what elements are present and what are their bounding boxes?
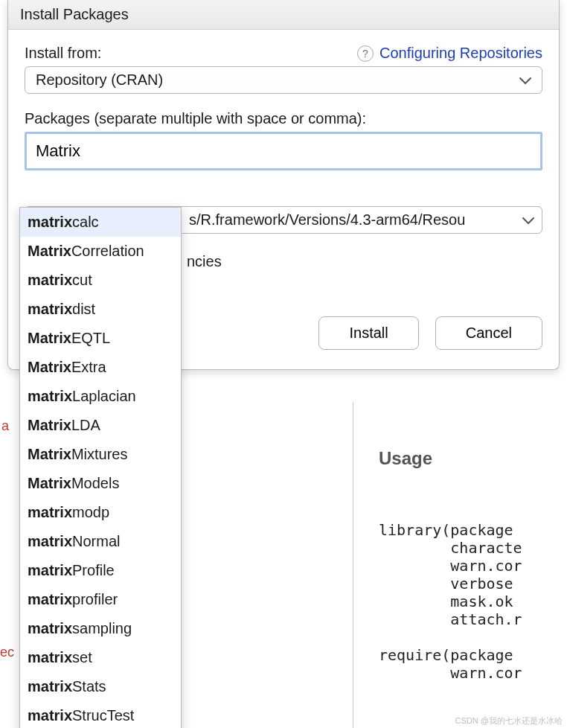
install-from-label: Install from:: [25, 45, 101, 62]
watermark: CSDN @我的七水还是水冰哈: [455, 715, 563, 727]
autocomplete-item[interactable]: matrixprofiler: [20, 585, 181, 614]
console-fragment: ec: [0, 645, 14, 660]
autocomplete-item[interactable]: matrixStrucTest: [20, 701, 181, 728]
cancel-button[interactable]: Cancel: [435, 316, 542, 350]
autocomplete-item[interactable]: MatrixLDA: [20, 411, 181, 440]
usage-code: library(package characte warn.cor verbos…: [379, 521, 564, 682]
autocomplete-item[interactable]: matrixProfile: [20, 556, 181, 585]
install-from-value: Repository (CRAN): [36, 71, 163, 89]
autocomplete-item[interactable]: matrixLaplacian: [20, 382, 181, 411]
usage-heading: Usage: [379, 448, 564, 469]
configuring-repositories-link[interactable]: ? Configuring Repositories: [357, 45, 542, 62]
autocomplete-item[interactable]: MatrixCorrelation: [20, 237, 181, 266]
packages-input[interactable]: [25, 132, 542, 170]
install-button[interactable]: Install: [318, 316, 418, 350]
chevron-down-icon: [519, 77, 531, 84]
autocomplete-item[interactable]: MatrixEQTL: [20, 324, 181, 353]
autocomplete-item[interactable]: matrixcalc: [20, 208, 181, 237]
autocomplete-item[interactable]: matrixdist: [20, 295, 181, 324]
autocomplete-item[interactable]: matrixcut: [20, 266, 181, 295]
autocomplete-item[interactable]: matrixNormal: [20, 527, 181, 556]
autocomplete-item[interactable]: matrixmodp: [20, 498, 181, 527]
autocomplete-item[interactable]: MatrixExtra: [20, 353, 181, 382]
packages-label: Packages (separate multiple with space o…: [25, 110, 542, 127]
help-panel: Usage library(package characte warn.cor …: [353, 402, 567, 728]
autocomplete-popup: matrixcalcMatrixCorrelationmatrixcutmatr…: [19, 207, 182, 728]
help-icon: ?: [357, 45, 374, 62]
chevron-down-icon: [522, 217, 534, 224]
autocomplete-item[interactable]: matrixset: [20, 643, 181, 672]
autocomplete-item[interactable]: matrixsampling: [20, 614, 181, 643]
dialog-title: Install Packages: [8, 0, 559, 30]
install-from-select[interactable]: Repository (CRAN): [25, 66, 542, 94]
console-fragment: a: [1, 418, 9, 434]
autocomplete-item[interactable]: matrixStats: [20, 672, 181, 701]
help-link-text: Configuring Repositories: [379, 45, 542, 62]
autocomplete-item[interactable]: MatrixMixtures: [20, 440, 181, 469]
autocomplete-item[interactable]: MatrixModels: [20, 469, 181, 498]
